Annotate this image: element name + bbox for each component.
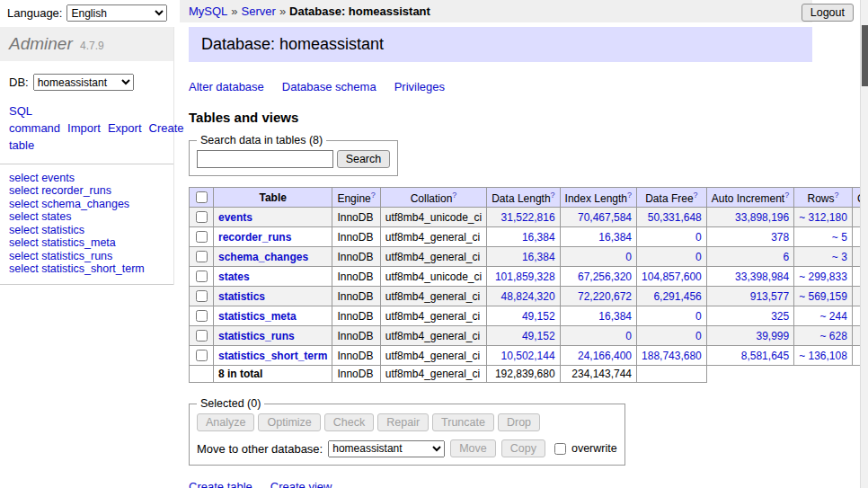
rows-link[interactable]: ~ 312,180: [799, 211, 847, 224]
index-length-link[interactable]: 70,467,584: [578, 211, 632, 224]
column-help-link[interactable]: ?: [627, 191, 632, 200]
scrollbar-thumb[interactable]: [862, 25, 868, 86]
data-free-link[interactable]: 6,291,456: [653, 290, 701, 303]
table-link-statistics[interactable]: statistics: [218, 290, 265, 303]
row-checkbox-schema-changes[interactable]: [196, 251, 208, 262]
row-checkbox-statistics-meta[interactable]: [196, 310, 208, 322]
rows-link[interactable]: ~ 136,108: [799, 350, 847, 362]
create-table-link[interactable]: Create table: [189, 480, 252, 488]
auto-increment-link[interactable]: 39,999: [756, 330, 789, 342]
select-recorder-runs-link[interactable]: select recorder_runs: [9, 184, 164, 198]
export-link[interactable]: Export: [108, 121, 142, 135]
sql-command-link[interactable]: SQL command: [9, 104, 60, 135]
index-length-link[interactable]: 0: [625, 251, 632, 263]
table-link-events[interactable]: events: [218, 211, 252, 224]
copy-button[interactable]: [501, 439, 545, 457]
auto-increment-link[interactable]: 8,581,645: [741, 350, 789, 362]
check-button[interactable]: [324, 413, 374, 431]
optimize-button[interactable]: [258, 413, 320, 431]
overwrite-checkbox[interactable]: [554, 443, 566, 455]
scrollbar[interactable]: [860, 0, 868, 488]
auto-increment-link[interactable]: 6: [783, 251, 789, 263]
row-checkbox-recorder-runs[interactable]: [196, 231, 208, 243]
select-states-link[interactable]: select states: [9, 210, 164, 224]
data-length-link[interactable]: 49,152: [522, 330, 555, 342]
drop-button[interactable]: [498, 413, 540, 431]
select-statistics-runs-link[interactable]: select statistics_runs: [9, 250, 164, 263]
database-schema-link[interactable]: Database schema: [282, 80, 376, 93]
search-input[interactable]: [197, 150, 333, 168]
data-length-link[interactable]: 101,859,328: [495, 271, 555, 283]
data-free-link[interactable]: 0: [695, 330, 702, 342]
data-free-link[interactable]: 0: [695, 231, 702, 244]
column-help-link[interactable]: ?: [694, 191, 698, 200]
truncate-button[interactable]: [432, 413, 494, 431]
import-link[interactable]: Import: [67, 121, 101, 135]
auto-increment-link[interactable]: 913,577: [750, 290, 789, 303]
select-events-link[interactable]: select events: [9, 172, 164, 185]
repair-button[interactable]: [377, 413, 429, 431]
select-all-checkbox[interactable]: [196, 191, 208, 203]
logout-button[interactable]: [802, 4, 854, 22]
rows-link[interactable]: ~ 628: [820, 330, 847, 342]
data-free-link[interactable]: 0: [695, 251, 702, 263]
index-length-link[interactable]: 24,166,400: [578, 350, 632, 362]
row-checkbox-statistics-short-term[interactable]: [196, 350, 208, 361]
language-select[interactable]: English: [66, 4, 167, 22]
data-free-link[interactable]: 50,331,648: [648, 211, 702, 224]
data-length-link[interactable]: 48,824,320: [501, 290, 555, 303]
column-help-link[interactable]: ?: [835, 191, 839, 200]
row-checkbox-events[interactable]: [196, 211, 208, 223]
rows-link[interactable]: ~ 299,833: [799, 271, 847, 283]
index-length-link[interactable]: 72,220,672: [578, 290, 632, 303]
index-length-link[interactable]: 67,256,320: [578, 271, 632, 283]
rows-link[interactable]: ~ 569,159: [799, 290, 847, 303]
privileges-link[interactable]: Privileges: [394, 80, 445, 93]
row-checkbox-statistics-runs[interactable]: [196, 330, 208, 342]
select-statistics-short-term-link[interactable]: select statistics_short_term: [9, 262, 164, 276]
select-schema-changes-link[interactable]: select schema_changes: [9, 198, 164, 211]
data-free-link[interactable]: 188,743,680: [642, 350, 702, 362]
column-help-link[interactable]: ?: [452, 191, 456, 200]
data-free-link[interactable]: 104,857,600: [642, 271, 702, 283]
select-statistics-link[interactable]: select statistics: [9, 224, 164, 237]
data-length-link[interactable]: 16,384: [522, 231, 555, 244]
select-statistics-meta-link[interactable]: select statistics_meta: [9, 236, 164, 250]
table-link-statistics-runs[interactable]: statistics_runs: [218, 330, 295, 342]
row-checkbox-statistics[interactable]: [196, 290, 208, 302]
data-length-link[interactable]: 31,522,816: [501, 211, 555, 224]
breadcrumb-link-mysql[interactable]: MySQL: [189, 4, 227, 18]
column-help-link[interactable]: ?: [551, 191, 555, 200]
alter-database-link[interactable]: Alter database: [189, 80, 264, 93]
table-link-statistics-meta[interactable]: statistics_meta: [218, 310, 297, 323]
data-free-link[interactable]: 0: [695, 310, 702, 323]
analyze-button[interactable]: [197, 413, 254, 431]
table-link-recorder-runs[interactable]: recorder_runs: [218, 231, 291, 244]
auto-increment-link[interactable]: 378: [771, 231, 789, 244]
rows-link[interactable]: ~ 3: [832, 251, 847, 263]
move-button[interactable]: [450, 439, 496, 457]
auto-increment-link[interactable]: 33,398,984: [735, 271, 789, 283]
index-length-link[interactable]: 16,384: [598, 231, 632, 244]
data-length-link[interactable]: 10,502,144: [501, 350, 555, 362]
column-help-link[interactable]: ?: [784, 191, 789, 200]
column-help-link[interactable]: ?: [371, 191, 376, 200]
move-db-select[interactable]: homeassistant: [328, 440, 445, 457]
db-select[interactable]: homeassistant: [33, 74, 134, 91]
auto-increment-link[interactable]: 325: [771, 310, 789, 323]
table-link-schema-changes[interactable]: schema_changes: [218, 251, 308, 263]
breadcrumb-link-server[interactable]: Server: [242, 4, 276, 18]
overwrite-option[interactable]: overwrite: [551, 440, 617, 457]
rows-link[interactable]: ~ 5: [832, 231, 847, 244]
search-button[interactable]: [337, 150, 391, 168]
index-length-link[interactable]: 16,384: [598, 310, 632, 323]
data-length-link[interactable]: 16,384: [522, 251, 555, 263]
auto-increment-link[interactable]: 33,898,196: [735, 211, 789, 224]
table-link-statistics-short-term[interactable]: statistics_short_term: [218, 350, 327, 362]
index-length-link[interactable]: 0: [625, 330, 632, 342]
rows-link[interactable]: ~ 244: [820, 310, 847, 323]
row-checkbox-states[interactable]: [196, 271, 208, 282]
create-view-link[interactable]: Create view: [270, 480, 332, 488]
data-length-link[interactable]: 49,152: [522, 310, 555, 323]
table-link-states[interactable]: states: [218, 271, 250, 283]
